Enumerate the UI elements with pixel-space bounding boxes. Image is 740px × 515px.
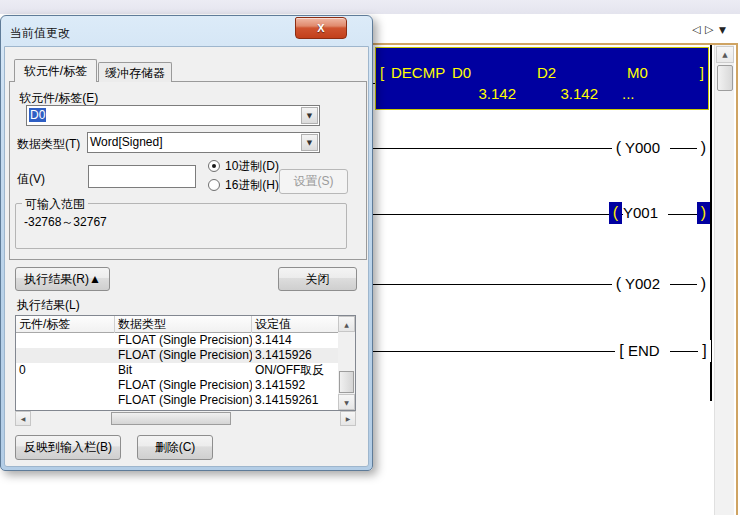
value-label: 值(V) <box>17 171 45 188</box>
instruction-name: DECMP <box>391 64 445 81</box>
scroll-up-icon[interactable]: ▲ <box>716 46 734 63</box>
mdi-tab-nav: ◁ ▷ ▼ <box>692 23 736 39</box>
input-range-text: -32768～32767 <box>24 214 107 231</box>
radio-hex-label: 16进制(H) <box>225 178 279 192</box>
tab-device-label[interactable]: 软元件/标签 <box>14 59 97 82</box>
scroll-up-icon[interactable]: ▲ <box>338 316 355 332</box>
exec-result-label: 执行结果(L) <box>17 297 80 314</box>
reflect-to-input-button[interactable]: 反映到输入栏(B) <box>15 435 121 460</box>
cell-datatype: FLOAT (Single Precision) <box>115 393 252 408</box>
coil-open-paren: ( <box>612 273 625 295</box>
tab-scroll-right-icon[interactable]: ▷ <box>705 23 713 36</box>
close-button[interactable]: 关闭 <box>278 267 357 291</box>
cell-device <box>16 348 115 363</box>
scrollbar-thumb[interactable] <box>339 371 354 393</box>
exec-result-table[interactable]: 元件/标签 数据类型 设定值 FLOAT (Single Precision) … <box>15 315 356 411</box>
set-button[interactable]: 设置(S) <box>279 169 348 194</box>
datatype-value: Word[Signed] <box>90 135 163 150</box>
end-instruction[interactable]: END <box>628 341 670 361</box>
cell-datatype: FLOAT (Single Precision) <box>115 333 252 348</box>
bracket-open: [ <box>380 64 384 81</box>
coil-open-paren-highlighted: ( <box>609 202 622 224</box>
cell-device <box>16 393 115 408</box>
monitor-value-m0: ... <box>622 85 635 102</box>
close-icon[interactable]: X <box>295 17 347 39</box>
col-header-device[interactable]: 元件/标签 <box>16 316 115 333</box>
cell-device: 0 <box>16 363 115 378</box>
delete-button[interactable]: 删除(C) <box>137 435 213 460</box>
input-range-title: 可输入范围 <box>22 196 88 213</box>
cell-setvalue: 3.1415926 <box>252 348 340 363</box>
cell-setvalue: ON/OFF取反 <box>252 363 340 378</box>
radio-dot <box>212 164 216 168</box>
scrollbar-thumb[interactable] <box>717 65 733 91</box>
tab-list-dropdown-icon[interactable]: ▼ <box>719 25 726 35</box>
cell-device <box>16 333 115 348</box>
tab-buffer-memory[interactable]: 缓冲存储器 <box>98 62 172 82</box>
scroll-left-icon[interactable]: ◀ <box>15 411 31 426</box>
table-row[interactable]: 0 Bit ON/OFF取反 <box>16 363 340 378</box>
scroll-down-icon[interactable]: ▼ <box>338 394 355 410</box>
coil-y001[interactable]: Y001 <box>623 203 668 223</box>
table-row[interactable]: FLOAT (Single Precision) 3.1414 <box>16 333 340 348</box>
coil-y000[interactable]: Y000 <box>625 138 670 158</box>
dialog-title: 当前值更改 <box>10 25 70 42</box>
table-horizontal-scrollbar[interactable]: ◀ ▶ <box>15 411 356 426</box>
dialog-client: 软元件/标签 缓冲存储器 软元件/标签(E) D0 ▼ 数据类型(T) Word… <box>4 46 369 467</box>
radio-icon <box>208 160 220 172</box>
table-row[interactable]: FLOAT (Single Precision) 3.141592 <box>16 378 340 393</box>
table-row[interactable]: FLOAT (Single Precision) 3.1415926 <box>16 348 340 363</box>
operand-d2: D2 <box>537 64 556 81</box>
coil-close-paren: ) <box>697 273 710 295</box>
document-frame-right <box>736 43 738 515</box>
cell-setvalue: 3.141592 <box>252 378 340 393</box>
coil-y002[interactable]: Y002 <box>625 274 670 294</box>
cell-setvalue: 3.14159261 <box>252 393 340 408</box>
ladder-canvas[interactable]: [ DECMP D0 D2 M0 ] 3.142 3.142 ... ( Y00… <box>373 45 712 515</box>
cell-datatype: FLOAT (Single Precision) <box>115 348 252 363</box>
chevron-down-icon[interactable]: ▼ <box>301 134 318 151</box>
cell-device <box>16 378 115 393</box>
top-strip <box>0 0 740 14</box>
device-combobox[interactable]: D0 ▼ <box>26 105 320 126</box>
datatype-label: 数据类型(T) <box>17 136 80 153</box>
coil-open-paren: ( <box>612 137 625 159</box>
tab-scroll-left-icon[interactable]: ◁ <box>692 23 700 36</box>
cell-datatype: Bit <box>115 363 252 378</box>
end-bracket-close: ] <box>698 340 711 362</box>
table-row[interactable]: FLOAT (Single Precision) 3.14159261 <box>16 393 340 408</box>
ladder-vertical-scrollbar[interactable]: ▲ <box>714 45 734 515</box>
operand-m0: M0 <box>627 64 648 81</box>
radio-decimal-label: 10进制(D) <box>225 159 279 173</box>
operand-d0: D0 <box>452 64 471 81</box>
end-bracket-open: [ <box>615 340 628 362</box>
table-header-row: 元件/标签 数据类型 设定值 <box>16 316 340 333</box>
col-header-setvalue[interactable]: 设定值 <box>252 316 340 333</box>
datatype-combobox[interactable]: Word[Signed] ▼ <box>87 132 320 153</box>
cell-setvalue: 3.1414 <box>252 333 340 348</box>
screen: ◁ ▷ ▼ [ DECMP D0 D2 M0 ] 3.142 3.142 ...… <box>0 0 740 515</box>
chevron-down-icon[interactable]: ▼ <box>301 107 318 124</box>
table-vertical-scrollbar[interactable]: ▲ ▼ <box>338 316 355 410</box>
value-input[interactable] <box>88 165 196 188</box>
current-value-change-dialog: 当前值更改 X 软元件/标签 缓冲存储器 软元件/标签(E) D0 ▼ 数据类型… <box>0 15 373 471</box>
coil-close-paren-highlighted: ) <box>697 202 710 224</box>
bracket-close: ] <box>700 64 704 81</box>
coil-close-paren: ) <box>697 137 710 159</box>
input-range-groupbox: 可输入范围 -32768～32767 <box>15 203 347 249</box>
scroll-right-icon[interactable]: ▶ <box>340 411 356 426</box>
monitor-value-d0: 3.142 <box>434 85 516 102</box>
exec-result-toggle-button[interactable]: 执行结果(R)▲ <box>15 267 110 291</box>
col-header-datatype[interactable]: 数据类型 <box>115 316 252 333</box>
scrollbar-thumb[interactable] <box>111 412 231 425</box>
instruction-decmp[interactable]: [ DECMP D0 D2 M0 ] 3.142 3.142 ... <box>375 47 709 110</box>
radio-icon <box>208 179 220 191</box>
device-value: D0 <box>29 108 46 122</box>
monitor-value-d2: 3.142 <box>524 85 598 102</box>
cell-datatype: FLOAT (Single Precision) <box>115 378 252 393</box>
